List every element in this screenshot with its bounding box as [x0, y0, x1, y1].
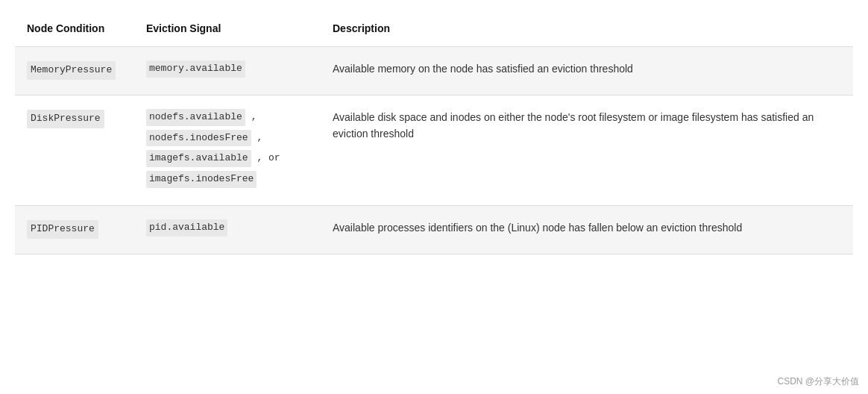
- description-cell: Available memory on the node has satisfi…: [321, 47, 853, 96]
- node-conditions-table: Node Condition Eviction Signal Descripti…: [15, 15, 853, 254]
- eviction-signal-value: imagefs.available , or: [146, 150, 309, 169]
- node-condition-value: PIDPressure: [27, 220, 98, 239]
- header-eviction-signal: Eviction Signal: [134, 15, 321, 47]
- header-description: Description: [321, 15, 853, 47]
- description-cell: Available processes identifiers on the (…: [321, 205, 853, 254]
- table-row: DiskPressurenodefs.available ,nodefs.ino…: [15, 95, 853, 205]
- eviction-signal-value: nodefs.inodesFree ,: [146, 130, 309, 148]
- description-cell: Available disk space and inodes on eithe…: [321, 95, 853, 205]
- table-header-row: Node Condition Eviction Signal Descripti…: [15, 15, 853, 47]
- eviction-signal-value: imagefs.inodesFree: [146, 171, 309, 190]
- eviction-signal-cell: pid.available: [134, 205, 321, 254]
- node-condition-cell: MemoryPressure: [15, 47, 134, 96]
- node-condition-value: MemoryPressure: [27, 61, 116, 80]
- eviction-signal-value: pid.available: [146, 219, 309, 238]
- table-row: MemoryPressurememory.availableAvailable …: [15, 47, 853, 96]
- eviction-signal-value: nodefs.available ,: [146, 109, 309, 128]
- node-condition-cell: PIDPressure: [15, 205, 134, 254]
- eviction-signal-cell: memory.available: [134, 47, 321, 96]
- table-row: PIDPressurepid.availableAvailable proces…: [15, 205, 853, 254]
- eviction-signal-cell: nodefs.available ,nodefs.inodesFree ,ima…: [134, 95, 321, 205]
- node-condition-cell: DiskPressure: [15, 95, 134, 205]
- eviction-signal-value: memory.available: [146, 60, 309, 79]
- node-condition-value: DiskPressure: [27, 110, 104, 128]
- main-table-wrapper: Node Condition Eviction Signal Descripti…: [15, 15, 853, 254]
- watermark: CSDN @分享大价值: [777, 375, 859, 388]
- header-node-condition: Node Condition: [15, 15, 134, 47]
